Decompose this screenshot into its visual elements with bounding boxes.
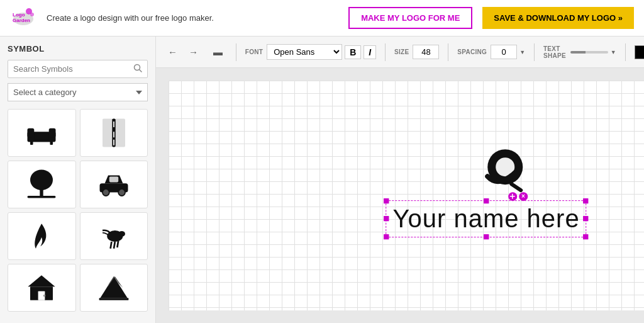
font-label: FONT (245, 48, 263, 55)
sidebar: SYMBOL Select a category (0, 37, 156, 323)
handle-top-middle[interactable] (484, 198, 489, 203)
canvas-text[interactable]: Your name here (392, 205, 579, 233)
canvas-grid[interactable]: × Your name here (169, 81, 644, 310)
separator-5 (625, 43, 626, 61)
symbol-item-house[interactable] (8, 264, 76, 312)
font-group: FONT Open Sans B I (245, 44, 376, 60)
symbol-item-mountain[interactable] (80, 264, 148, 312)
svg-rect-15 (115, 119, 125, 147)
text-shape-dropdown-arrow: ▼ (611, 49, 616, 55)
font-select[interactable]: Open Sans (267, 44, 342, 60)
svg-rect-25 (109, 176, 118, 182)
toolbar: ← → ▬ FONT Open Sans B I SIZE (156, 37, 644, 68)
text-shape-group: TEXT SHAPE ▼ (543, 45, 616, 59)
svg-line-6 (140, 70, 142, 72)
svg-rect-37 (99, 298, 128, 300)
handle-middle-left[interactable] (384, 216, 389, 221)
handle-top-right[interactable] (584, 198, 589, 203)
svg-text:Logo: Logo (13, 12, 25, 18)
canvas-symbol-container[interactable]: × (474, 145, 530, 203)
svg-rect-21 (28, 196, 56, 198)
symbol-item-horse[interactable] (80, 212, 148, 260)
spacing-input[interactable] (491, 45, 517, 59)
svg-rect-12 (50, 142, 53, 145)
search-input[interactable] (13, 64, 133, 74)
svg-rect-10 (35, 134, 49, 140)
svg-point-23 (103, 189, 109, 196)
search-icon (133, 64, 142, 74)
symbol-item-flame[interactable] (8, 212, 76, 260)
svg-rect-11 (30, 142, 33, 145)
symbol-action-controls: × (508, 192, 528, 201)
separator-3 (448, 43, 448, 61)
undo-button[interactable]: ← (164, 43, 182, 60)
make-logo-button[interactable]: MAKE MY LOGO FOR ME (348, 7, 472, 29)
bold-button[interactable]: B (345, 45, 361, 59)
symbol-grid (8, 109, 148, 312)
align-button[interactable]: ▬ (209, 43, 227, 60)
svg-rect-20 (40, 189, 43, 197)
app-header: Logo Garden Create a logo design with ou… (0, 0, 644, 37)
size-group: SIZE (394, 45, 439, 59)
logogarden-logo-icon: Logo Garden (10, 5, 36, 31)
svg-text:Garden: Garden (13, 18, 30, 23)
handle-bottom-left[interactable] (384, 234, 389, 239)
category-select[interactable]: Select a category (8, 83, 148, 101)
text-shape-label: TEXT SHAPE (543, 45, 567, 59)
size-input[interactable] (413, 45, 439, 59)
text-shape-slider[interactable] (570, 51, 608, 54)
canvas-wrapper: × Your name here (156, 68, 644, 323)
size-label: SIZE (394, 48, 409, 55)
svg-point-19 (30, 170, 53, 190)
symbol-move-icon[interactable] (508, 192, 517, 201)
svg-rect-14 (103, 119, 113, 147)
undo-redo-group: ← → (164, 43, 203, 60)
color-group: ▼ ▼ (635, 42, 644, 62)
redo-button[interactable]: → (184, 43, 203, 60)
canvas-text-container[interactable]: Your name here (386, 200, 586, 237)
canvas-area: ← → ▬ FONT Open Sans B I SIZE (156, 37, 644, 323)
separator-2 (385, 43, 386, 61)
symbol-item-car[interactable] (80, 161, 148, 208)
symbol-item-tree[interactable] (8, 161, 76, 208)
symbol-item-sofa[interactable] (8, 109, 76, 157)
svg-point-27 (118, 231, 125, 237)
logo-area: Logo Garden (10, 5, 36, 31)
save-logo-button[interactable]: SAVE & DOWNLOAD MY LOGO » (482, 7, 634, 29)
separator-1 (236, 43, 236, 61)
sidebar-title: SYMBOL (8, 44, 148, 54)
main-layout: SYMBOL Select a category (0, 37, 644, 323)
svg-marker-35 (100, 276, 127, 298)
symbol-item-road[interactable] (80, 109, 148, 157)
svg-line-30 (117, 241, 118, 247)
header-tagline: Create a logo design with our free logo … (47, 13, 338, 23)
symbol-remove-icon[interactable]: × (519, 192, 528, 201)
handle-bottom-right[interactable] (584, 234, 589, 239)
svg-line-28 (110, 242, 111, 249)
search-box (8, 60, 148, 78)
separator-4 (534, 43, 535, 61)
svg-line-29 (114, 242, 115, 249)
svg-marker-31 (28, 275, 55, 286)
slider-track[interactable] (570, 51, 608, 54)
spacing-dropdown-arrow: ▼ (519, 49, 525, 55)
color-swatch[interactable] (635, 45, 644, 59)
svg-point-24 (118, 189, 125, 196)
spacing-group: SPACING ▼ (457, 45, 525, 59)
italic-button[interactable]: I (364, 45, 376, 59)
svg-point-4 (30, 13, 34, 16)
handle-top-left[interactable] (384, 198, 389, 203)
svg-point-34 (43, 295, 46, 297)
svg-rect-9 (49, 128, 56, 137)
spacing-label: SPACING (457, 48, 487, 55)
canvas-content: × Your name here (386, 145, 586, 237)
svg-rect-8 (28, 128, 35, 137)
handle-bottom-middle[interactable] (484, 234, 489, 239)
handle-middle-right[interactable] (584, 216, 589, 221)
